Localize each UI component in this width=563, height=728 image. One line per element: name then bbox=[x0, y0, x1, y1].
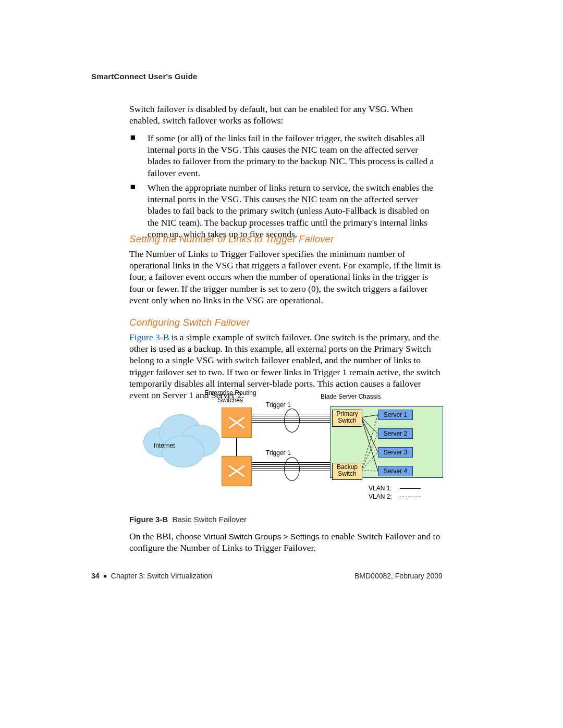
trigger-label: Trigger 1 bbox=[266, 401, 291, 409]
ui-path-text: Virtual Switch Groups > Settings bbox=[203, 532, 319, 541]
routing-switch-icon bbox=[222, 456, 252, 486]
bullet-text-1: If some (or all) of the links fail in th… bbox=[148, 132, 442, 179]
document-page: SmartConnect User's Guide Switch failove… bbox=[0, 0, 563, 728]
svg-line-0 bbox=[361, 415, 378, 417]
section-heading-setting: Setting the Number of Links to Trigger F… bbox=[129, 233, 334, 245]
figure-crossref-link[interactable]: Figure 3-B bbox=[129, 332, 169, 342]
intro-paragraph: Switch failover is disabled by default, … bbox=[129, 103, 442, 126]
dashed-line-icon bbox=[400, 497, 421, 497]
figure-diagram: Enterprise Routing Switches Internet Tri… bbox=[143, 391, 446, 505]
trigger-label: Trigger 1 bbox=[266, 449, 291, 456]
configuring-body-text: is a simple example of switch failover. … bbox=[129, 332, 440, 400]
switch-server-links bbox=[361, 410, 378, 476]
figure-caption-label: Figure 3-B bbox=[129, 515, 168, 524]
running-header: SmartConnect User's Guide bbox=[91, 72, 198, 81]
vlan1-label: VLAN 1: bbox=[369, 485, 392, 492]
server-box: Server 1 bbox=[378, 410, 413, 420]
chapter-title: Chapter 3: Switch Virtualization bbox=[111, 572, 212, 580]
svg-line-2 bbox=[361, 417, 378, 452]
internet-cloud-icon bbox=[143, 406, 227, 469]
configuring-below-figure: On the BBI, choose Virtual Switch Groups… bbox=[129, 530, 442, 553]
backup-switch-label: Backup Switch bbox=[332, 463, 362, 480]
section-heading-configuring: Configuring Switch Failover bbox=[129, 317, 250, 328]
bullet-icon: ■ bbox=[129, 182, 137, 192]
trigger-ellipse-icon bbox=[284, 457, 300, 481]
server-box: Server 3 bbox=[378, 447, 413, 458]
page-number: 34 bbox=[91, 572, 100, 580]
chassis-label: Blade Server Chassis bbox=[321, 393, 381, 400]
enterprise-switches-label: Enterprise Routing Switches bbox=[202, 390, 259, 404]
solid-line-icon bbox=[400, 488, 421, 489]
internet-label: Internet bbox=[154, 442, 175, 449]
doc-id: BMD00082, February 2009 bbox=[354, 572, 443, 580]
switch-interlink-line bbox=[236, 437, 237, 456]
server-box: Server 2 bbox=[378, 428, 413, 439]
svg-line-5 bbox=[361, 434, 378, 471]
trigger-ellipse-icon bbox=[284, 409, 300, 433]
server-box: Server 4 bbox=[378, 466, 413, 476]
figure-caption-text: Basic Switch Failover bbox=[173, 515, 247, 524]
bullet-icon: ■ bbox=[129, 132, 137, 143]
footer-separator-icon: ■ bbox=[103, 573, 107, 579]
setting-body: The Number of Links to Trigger Failover … bbox=[129, 248, 442, 306]
bullet-text-2: When the appropriate number of links ret… bbox=[148, 182, 442, 240]
figure-caption: Figure 3-B Basic Switch Failover bbox=[129, 515, 247, 524]
vlan-legend: VLAN 1: VLAN 2: bbox=[369, 485, 442, 501]
svg-line-7 bbox=[361, 471, 378, 471]
vlan2-label: VLAN 2: bbox=[369, 493, 392, 500]
primary-switch-label: Primary Switch bbox=[332, 410, 362, 427]
routing-switch-icon bbox=[222, 408, 252, 438]
bbi-text-a: On the BBI, choose bbox=[129, 531, 203, 541]
